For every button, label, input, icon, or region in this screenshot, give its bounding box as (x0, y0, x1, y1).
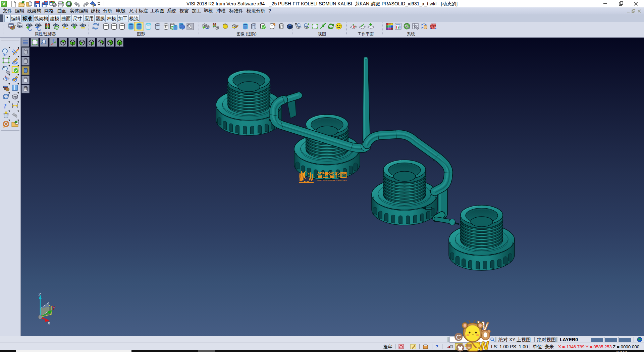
svg-text:?: ? (3, 102, 7, 110)
svg-text:Z: Z (38, 292, 41, 297)
svg-text:x: x (48, 320, 50, 325)
svg-text:V: V (2, 1, 5, 6)
svg-text:INTELLIGENT MANUFACTURING DATA: INTELLIGENT MANUFACTURING DATA (317, 180, 347, 181)
svg-text:Y: Y (52, 305, 55, 311)
svg-text:C: C (456, 333, 461, 341)
